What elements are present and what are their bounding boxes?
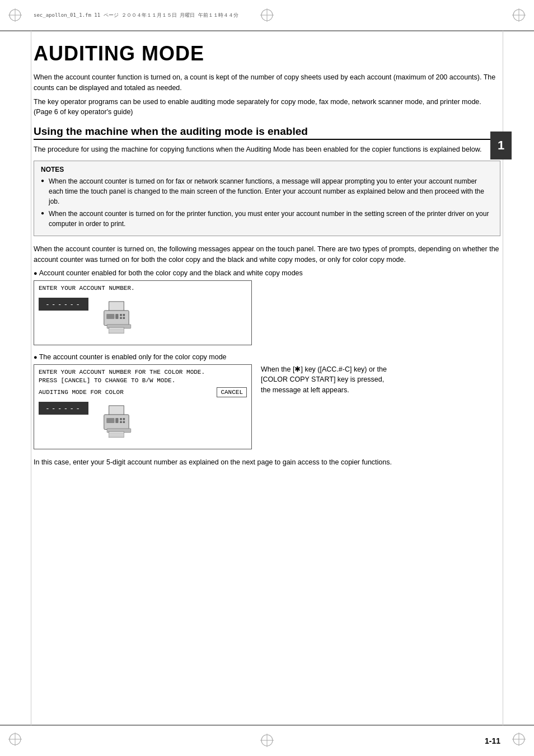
svg-rect-19 xyxy=(123,317,125,319)
notes-title: NOTES xyxy=(41,166,493,173)
note-item-2: When the account counter is turned on fo… xyxy=(41,209,493,229)
svg-rect-32 xyxy=(123,421,125,424)
page-number: 1-11 xyxy=(485,736,500,745)
screen2-number-display: ------ xyxy=(39,402,88,415)
section-intro: The procedure for using the machine for … xyxy=(34,144,500,155)
svg-rect-18 xyxy=(120,317,122,319)
svg-rect-14 xyxy=(106,314,114,319)
copier-icon-1 xyxy=(94,297,139,341)
chapter-number: 1 xyxy=(498,138,504,153)
file-info: sec_apollon_01_1.fm 11 ページ ２００４年１１月１５日 月… xyxy=(34,12,238,19)
svg-rect-25 xyxy=(109,406,124,416)
note-item-1: When the account counter is turned on fo… xyxy=(41,176,493,206)
svg-rect-28 xyxy=(115,419,118,424)
screen2-line2: PRESS [CANCEL] TO CHANGE TO B/W MODE. xyxy=(39,377,247,385)
svg-rect-29 xyxy=(120,419,122,421)
screen1-bullet: Account counter enabled for both the col… xyxy=(34,269,500,277)
main-content: 1 AUDITING MODE When the account counter… xyxy=(34,31,500,725)
screen2-bullet: The account counter is enabled only for … xyxy=(34,353,500,361)
screen2-row: ENTER YOUR ACCOUNT NUMBER FOR THE COLOR … xyxy=(34,364,500,450)
svg-rect-30 xyxy=(123,419,125,421)
left-rule xyxy=(31,31,31,725)
svg-rect-16 xyxy=(120,314,122,316)
screen2-side-note: When the [✱] key ([ACC.#-C] key) or the … xyxy=(261,364,395,396)
body-text: When the account counter is turned on, t… xyxy=(34,244,500,265)
chapter-tab: 1 xyxy=(490,132,512,159)
final-text: In this case, enter your 5-digit account… xyxy=(34,457,500,468)
page-title: AUDITING MODE xyxy=(34,42,500,65)
bottom-bar: 1-11 xyxy=(0,725,534,756)
screen1-display-text: ENTER YOUR ACCOUNT NUMBER. xyxy=(39,284,247,293)
intro-para2: The key operator programs can be used to… xyxy=(34,97,500,118)
svg-rect-15 xyxy=(115,314,118,319)
screen2-line3: AUDITING MODE FOR COLOR xyxy=(39,388,124,397)
svg-rect-31 xyxy=(120,421,122,424)
copier-icon-2 xyxy=(94,401,139,445)
screen2-line1: ENTER YOUR ACCOUNT NUMBER FOR THE COLOR … xyxy=(39,368,247,377)
cancel-button[interactable]: CANCEL xyxy=(217,387,247,397)
svg-rect-12 xyxy=(109,302,124,312)
intro-para1: When the account counter function is tur… xyxy=(34,72,500,93)
section-title: Using the machine when the auditing mode… xyxy=(34,125,500,140)
screen1-number-display: ------ xyxy=(39,298,88,311)
screen1-mockup: ENTER YOUR ACCOUNT NUMBER. ------ xyxy=(34,280,252,345)
notes-box: NOTES When the account counter is turned… xyxy=(34,161,500,236)
screen2-mockup: ENTER YOUR ACCOUNT NUMBER FOR THE COLOR … xyxy=(34,364,252,450)
top-center-mark xyxy=(259,7,275,25)
svg-rect-17 xyxy=(123,314,125,316)
bottom-center-mark xyxy=(259,732,275,750)
svg-rect-27 xyxy=(106,419,114,424)
